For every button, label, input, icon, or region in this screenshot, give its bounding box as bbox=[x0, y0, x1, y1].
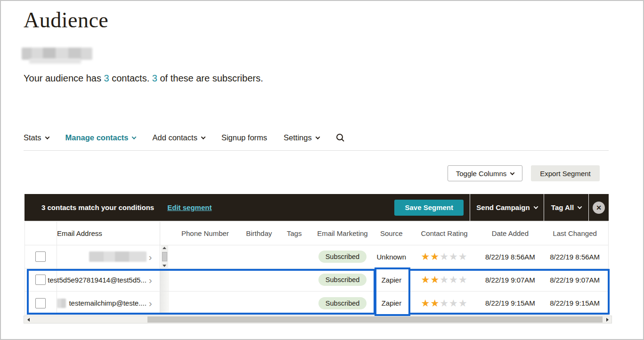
source-cell: Unknown bbox=[373, 245, 410, 268]
chevron-down-icon bbox=[201, 135, 205, 139]
nav-settings[interactable]: Settings bbox=[284, 133, 319, 142]
star-filled-icon: ★ bbox=[421, 274, 431, 285]
chevron-down-icon bbox=[45, 135, 49, 139]
star-empty-icon: ★ bbox=[449, 251, 458, 262]
status-badge: Subscribed bbox=[318, 297, 367, 309]
open-contact-chevron-icon[interactable]: › bbox=[149, 298, 152, 308]
summary-text: Your audience has bbox=[24, 73, 104, 83]
star-filled-icon: ★ bbox=[421, 251, 431, 262]
date-added-cell: 8/22/19 9:07AM bbox=[479, 268, 542, 291]
date-added-cell: 8/22/19 9:15AM bbox=[479, 291, 542, 315]
tag-all-button[interactable]: Tag All bbox=[544, 194, 588, 221]
chevron-down-icon bbox=[510, 170, 515, 175]
header-email-address: Email Address bbox=[57, 222, 160, 245]
star-filled-icon: ★ bbox=[430, 251, 440, 262]
scroll-up-icon[interactable] bbox=[163, 247, 166, 249]
nav-add-contacts[interactable]: Add contacts bbox=[152, 133, 204, 142]
scroll-right-icon[interactable] bbox=[604, 316, 611, 323]
star-filled-icon: ★ bbox=[430, 274, 440, 285]
star-empty-icon: ★ bbox=[440, 298, 449, 309]
source-cell: Zapier bbox=[373, 291, 410, 315]
header-last-changed: Last Changed bbox=[541, 222, 608, 245]
nav-signup-forms[interactable]: Signup forms bbox=[221, 133, 267, 142]
close-icon[interactable]: ✕ bbox=[593, 202, 605, 214]
page-title: Audience bbox=[24, 8, 108, 32]
scrollbar-thumb[interactable] bbox=[147, 316, 603, 323]
header-email-marketing: Email Marketing bbox=[312, 222, 373, 245]
search-icon[interactable] bbox=[336, 133, 345, 142]
contact-count: 3 bbox=[104, 73, 109, 83]
source-cell: Zapier bbox=[373, 268, 410, 291]
audience-page: Audience Your audience has 3 contacts. 3… bbox=[0, 0, 644, 340]
audience-nav: Stats Manage contacts Add contacts Signu… bbox=[24, 133, 345, 142]
inner-scrollbar-cell bbox=[160, 245, 169, 268]
open-contact-chevron-icon[interactable]: › bbox=[149, 275, 152, 285]
close-segment-bar-section: ✕ bbox=[588, 194, 609, 221]
star-empty-icon: ★ bbox=[449, 298, 458, 309]
redacted-email-blur bbox=[89, 251, 147, 262]
star-empty-icon: ★ bbox=[440, 274, 449, 285]
row-checkbox[interactable] bbox=[35, 275, 46, 285]
audience-summary: Your audience has 3 contacts. 3 of these… bbox=[24, 73, 263, 84]
segment-bar: 3 contacts match your conditions Edit se… bbox=[24, 194, 609, 221]
last-changed-cell: 8/22/19 8:56AM bbox=[541, 245, 608, 268]
row-checkbox[interactable] bbox=[35, 298, 46, 308]
table-header-row: Email Address Phone Number Birthday Tags… bbox=[25, 222, 608, 245]
chevron-down-icon bbox=[533, 204, 538, 209]
last-changed-cell: 8/22/19 9:15AM bbox=[541, 291, 608, 315]
edit-segment-link[interactable]: Edit segment bbox=[167, 203, 212, 211]
send-campaign-button[interactable]: Send Campaign bbox=[470, 194, 544, 221]
scrollbar-track-shade bbox=[160, 268, 169, 291]
chevron-down-icon bbox=[315, 135, 320, 139]
open-contact-chevron-icon[interactable]: › bbox=[149, 252, 152, 262]
header-tags: Tags bbox=[277, 222, 312, 245]
email-cell[interactable]: testemailchimp@teste.... › bbox=[57, 291, 160, 315]
toggle-columns-button[interactable]: Toggle Columns bbox=[448, 165, 522, 181]
header-birthday: Birthday bbox=[241, 222, 277, 245]
redacted-email-prefix-blur bbox=[57, 299, 66, 308]
scroll-down-icon[interactable] bbox=[163, 265, 166, 267]
star-filled-icon: ★ bbox=[430, 298, 440, 309]
subscriber-count: 3 bbox=[152, 73, 157, 83]
header-source: Source bbox=[373, 222, 410, 245]
redacted-audience-name-tail bbox=[29, 58, 81, 64]
save-segment-button[interactable]: Save Segment bbox=[394, 200, 464, 216]
star-empty-icon: ★ bbox=[458, 274, 468, 285]
row-checkbox[interactable] bbox=[35, 251, 46, 262]
date-added-cell: 8/22/19 8:56AM bbox=[479, 245, 541, 268]
star-empty-icon: ★ bbox=[440, 251, 449, 262]
export-segment-button[interactable]: Export Segment bbox=[531, 165, 600, 181]
table-row: testemailchimp@teste.... › Subscribed Za… bbox=[25, 291, 608, 315]
contact-rating-stars: ★★★★★ bbox=[410, 291, 479, 315]
contact-rating-stars: ★★★★★ bbox=[410, 268, 479, 291]
nav-manage-contacts[interactable]: Manage contacts bbox=[65, 133, 136, 142]
header-contact-rating: Contact Rating bbox=[410, 222, 479, 245]
scroll-left-icon[interactable] bbox=[25, 316, 32, 323]
email-cell[interactable]: test5d5e927819414@test5d5... › bbox=[57, 268, 160, 291]
scrollbar-thumb[interactable] bbox=[162, 252, 167, 261]
table-row: › Subscribed Unknown ★★★★★ 8/22/19 8:56A… bbox=[25, 245, 608, 268]
star-empty-icon: ★ bbox=[458, 251, 468, 262]
contacts-table: Email Address Phone Number Birthday Tags… bbox=[24, 221, 609, 315]
nav-stats[interactable]: Stats bbox=[24, 133, 49, 142]
status-badge: Subscribed bbox=[318, 251, 367, 263]
chevron-down-icon bbox=[132, 135, 137, 139]
star-empty-icon: ★ bbox=[449, 274, 458, 285]
star-filled-icon: ★ bbox=[421, 298, 431, 309]
segment-match-text: 3 contacts match your conditions bbox=[41, 203, 154, 211]
email-cell[interactable]: › bbox=[57, 245, 160, 268]
star-empty-icon: ★ bbox=[458, 298, 468, 309]
nav-divider bbox=[24, 150, 609, 151]
chevron-down-icon bbox=[578, 204, 582, 209]
horizontal-scrollbar[interactable] bbox=[24, 316, 612, 324]
header-phone-number: Phone Number bbox=[169, 222, 242, 245]
vertical-scrollbar[interactable] bbox=[161, 245, 168, 268]
scrollbar-track-shade bbox=[160, 291, 169, 315]
header-date-added: Date Added bbox=[479, 222, 541, 245]
header-checkbox-cell bbox=[25, 222, 57, 245]
status-badge: Subscribed bbox=[318, 274, 367, 286]
last-changed-cell: 8/22/19 9:07AM bbox=[541, 268, 608, 291]
contact-rating-stars: ★★★★★ bbox=[410, 245, 479, 268]
table-row: test5d5e927819414@test5d5... › Subscribe… bbox=[25, 268, 608, 291]
